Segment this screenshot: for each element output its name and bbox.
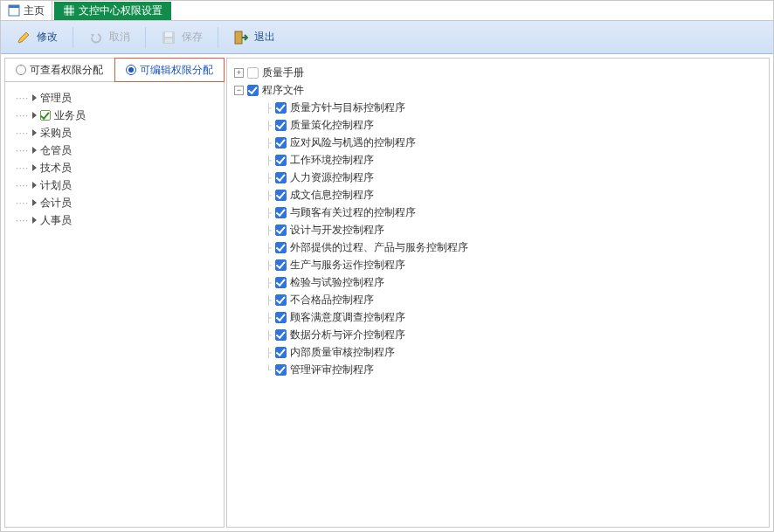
tree-child-item[interactable]: ├检验与试验控制程序 [234,273,762,291]
tree-connector-icon: ···· [16,163,29,173]
role-item[interactable]: ····技术员 [10,159,218,176]
grid-icon [63,4,75,17]
tree-child-item[interactable]: ├工作环境控制程序 [234,151,762,169]
radio-view-label: 可查看权限分配 [30,63,103,78]
radio-edit-permission[interactable]: 可编辑权限分配 [114,58,225,82]
undo-icon [88,30,104,45]
role-label: 采购员 [40,126,72,141]
tree-child-label: 设计与开发控制程序 [290,223,384,238]
tree-child-item[interactable]: ├应对风险与机遇的控制程序 [234,134,762,151]
tree-child-item[interactable]: └管理评审控制程序 [234,361,762,378]
checkbox-on-icon[interactable] [275,277,287,288]
checkbox-on-icon[interactable] [275,137,287,149]
tree-child-item[interactable]: ├内部质量审核控制程序 [234,343,762,361]
tree-connector-icon: ├ [266,155,272,165]
tree-connector-icon: ├ [266,348,272,357]
toolbar-separator [73,27,73,48]
tree-node-quality-manual[interactable]: + 质量手册 [234,64,762,81]
tree-child-item[interactable]: ├设计与开发控制程序 [234,221,762,238]
radio-view-permission[interactable]: 可查看权限分配 [5,59,115,81]
checkbox-icon[interactable] [247,67,259,79]
arrow-right-icon [32,182,37,189]
checkbox-on-icon[interactable] [275,364,287,376]
collapse-icon[interactable]: − [234,86,244,95]
tree-child-item[interactable]: ├不合格品控制程序 [234,291,762,308]
tree-child-label: 质量策化控制程序 [290,118,374,133]
checkbox-on-icon[interactable] [275,102,287,114]
tree-connector-icon: ├ [266,190,272,200]
checkbox-on-icon[interactable] [275,347,287,358]
role-label: 会计员 [40,196,72,211]
checkbox-on-icon[interactable] [275,172,287,183]
checkbox-on-icon[interactable] [275,120,287,131]
tree-connector-icon: ···· [16,198,29,208]
tree-connector-icon: ├ [266,313,272,322]
tree-child-label: 不合格品控制程序 [290,293,374,307]
checkbox-on-icon[interactable] [275,155,287,166]
checkbox-on-icon[interactable] [275,225,287,236]
role-label: 技术员 [40,161,72,176]
tree-connector-icon: ├ [266,103,272,113]
tree-child-label: 与顾客有关过程的控制程序 [290,205,416,220]
tree-connector-icon: ···· [16,216,29,225]
tab-home-label: 主页 [24,3,45,18]
tree-connector-icon: ···· [16,181,29,190]
tree-node-procedure-files[interactable]: − 程序文件 [234,81,762,99]
role-item[interactable]: ····会计员 [10,194,218,211]
checkbox-on-icon[interactable] [275,207,287,218]
tree-connector-icon: ···· [16,93,29,103]
svg-rect-6 [235,31,242,44]
expand-icon[interactable]: + [234,68,244,78]
tree-child-item[interactable]: ├质量方针与目标控制程序 [234,99,762,116]
tree-child-label: 人力资源控制程序 [290,170,374,185]
tree-child-label: 外部提供的过程、产品与服务控制程序 [290,240,468,255]
tab-strip: 主页 文控中心权限设置 [1,1,773,21]
role-item[interactable]: ····仓管员 [10,142,218,159]
checkbox-on-icon[interactable] [275,190,287,201]
toolbar-separator [218,27,218,48]
tree-child-item[interactable]: ├与顾客有关过程的控制程序 [234,204,762,221]
tree-connector-icon: ├ [266,138,272,148]
tree-child-item[interactable]: ├成文信息控制程序 [234,186,762,204]
tree-child-label: 管理评审控制程序 [290,363,374,377]
tab-permissions[interactable]: 文控中心权限设置 [54,2,171,20]
permission-mode-radio-group: 可查看权限分配 可编辑权限分配 [5,59,224,82]
tree-child-item[interactable]: ├数据分析与评介控制程序 [234,326,762,343]
role-label: 管理员 [40,91,72,106]
tree-node-label: 程序文件 [262,83,304,98]
checkbox-on-icon[interactable] [275,329,287,341]
tree-child-label: 顾客满意度调查控制程序 [290,310,405,325]
role-item[interactable]: ····计划员 [10,176,218,194]
tree-child-item[interactable]: ├人力资源控制程序 [234,169,762,186]
role-label: 业务员 [54,108,86,123]
tree-connector-icon: ├ [266,278,272,287]
tree-node-label: 质量手册 [262,66,304,80]
tree-child-item[interactable]: ├生产与服务运作控制程序 [234,256,762,273]
role-item[interactable]: ····采购员 [10,124,218,142]
checkbox-on-icon[interactable] [40,110,51,121]
cancel-label: 取消 [109,30,130,45]
tab-permissions-label: 文控中心权限设置 [79,3,162,18]
checkbox-on-icon[interactable] [247,85,259,96]
tree-child-label: 应对风险与机遇的控制程序 [290,135,416,150]
modify-button[interactable]: 修改 [8,25,66,50]
checkbox-on-icon[interactable] [275,242,287,253]
checkbox-on-icon[interactable] [275,312,287,323]
tree-child-item[interactable]: ├顾客满意度调查控制程序 [234,308,762,326]
exit-button[interactable]: 退出 [225,25,283,50]
checkbox-on-icon[interactable] [275,294,287,306]
radio-edit-label: 可编辑权限分配 [140,63,213,78]
role-item[interactable]: ····人事员 [10,211,218,229]
tree-child-label: 质量方针与目标控制程序 [290,100,405,115]
svg-rect-4 [165,32,172,37]
tree-child-item[interactable]: ├外部提供的过程、产品与服务控制程序 [234,238,762,256]
tree-child-item[interactable]: ├质量策化控制程序 [234,116,762,134]
role-label: 人事员 [40,213,72,228]
save-label: 保存 [182,30,203,45]
checkbox-on-icon[interactable] [275,259,287,271]
modify-label: 修改 [37,30,58,45]
role-item[interactable]: ····管理员 [10,89,218,107]
tab-home[interactable]: 主页 [1,1,52,20]
role-item[interactable]: ····业务员 [10,107,218,124]
svg-rect-2 [64,5,74,16]
